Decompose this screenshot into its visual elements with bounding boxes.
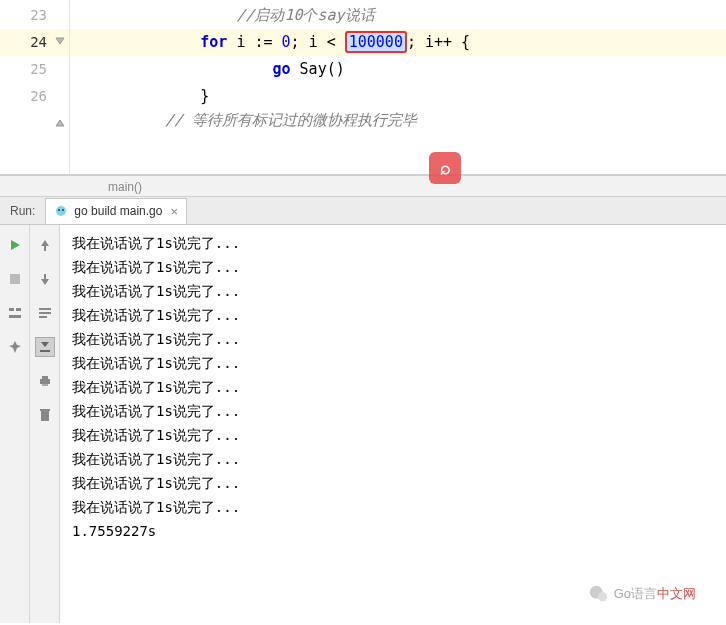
- svg-rect-12: [42, 376, 48, 379]
- console-line: 我在说话说了1s说完了...: [72, 423, 714, 447]
- svg-rect-15: [40, 409, 50, 411]
- close-icon[interactable]: ×: [170, 204, 178, 219]
- layout-button[interactable]: [5, 303, 25, 323]
- svg-rect-8: [39, 312, 51, 314]
- highlighted-value: 100000: [345, 31, 407, 53]
- fold-icon[interactable]: [54, 117, 66, 129]
- go-file-icon: [54, 204, 68, 218]
- svg-rect-3: [10, 274, 20, 284]
- svg-point-0: [56, 206, 66, 216]
- svg-rect-14: [41, 411, 49, 421]
- console-line: 我在说话说了1s说完了...: [72, 471, 714, 495]
- console-line: 我在说话说了1s说完了...: [72, 327, 714, 351]
- up-arrow-button[interactable]: [35, 235, 55, 255]
- run-panel-body: 我在说话说了1s说完了... 我在说话说了1s说完了... 我在说话说了1s说完…: [0, 225, 726, 623]
- svg-rect-4: [9, 308, 14, 311]
- breadcrumb[interactable]: main(): [0, 175, 726, 197]
- line-number[interactable]: 26: [0, 83, 69, 110]
- console-line: 我在说话说了1s说完了...: [72, 495, 714, 519]
- gutter: 23 24 25 26: [0, 0, 70, 174]
- console-line: 我在说话说了1s说完了...: [72, 255, 714, 279]
- console-line: 我在说话说了1s说完了...: [72, 303, 714, 327]
- trash-button[interactable]: [35, 405, 55, 425]
- svg-point-2: [62, 209, 64, 211]
- svg-point-1: [58, 209, 60, 211]
- svg-rect-10: [40, 350, 50, 352]
- scroll-to-end-button[interactable]: [35, 337, 55, 357]
- console-line-timing: 1.7559227s: [72, 519, 714, 543]
- console-line: 我在说话说了1s说完了...: [72, 351, 714, 375]
- magnifier-icon: ⌕: [440, 158, 451, 179]
- console-output[interactable]: 我在说话说了1s说完了... 我在说话说了1s说完了... 我在说话说了1s说完…: [60, 225, 726, 623]
- console-line: 我在说话说了1s说完了...: [72, 231, 714, 255]
- console-line: 我在说话说了1s说完了...: [72, 399, 714, 423]
- wechat-icon: [588, 583, 610, 605]
- run-tab[interactable]: go build main.go ×: [45, 198, 187, 224]
- print-button[interactable]: [35, 371, 55, 391]
- footer-watermark: Go语言中文网: [588, 583, 696, 605]
- svg-rect-5: [16, 308, 21, 311]
- run-toolbar-primary: [0, 225, 30, 623]
- code-editor: 23 24 25 26 //启动10个say说话 for i := 0; i <…: [0, 0, 726, 175]
- svg-point-17: [598, 592, 607, 601]
- line-number[interactable]: 23: [0, 2, 69, 29]
- fold-icon[interactable]: [54, 35, 66, 47]
- code-comment: //启动10个say说话: [128, 6, 375, 24]
- code-line: }: [70, 83, 726, 110]
- stop-button[interactable]: [5, 269, 25, 289]
- code-area[interactable]: //启动10个say说话 for i := 0; i < 100000; i++…: [70, 0, 726, 174]
- console-line: 我在说话说了1s说完了...: [72, 447, 714, 471]
- code-line-cutoff: // 等待所有标记过的微协程执行完毕: [70, 110, 726, 130]
- console-line: 我在说话说了1s说完了...: [72, 279, 714, 303]
- tab-title: go build main.go: [74, 204, 162, 218]
- run-panel-header: Run: go build main.go ×: [0, 197, 726, 225]
- run-label: Run:: [0, 204, 45, 218]
- line-number[interactable]: 25: [0, 56, 69, 83]
- console-line: 我在说话说了1s说完了...: [72, 375, 714, 399]
- run-toolbar-secondary: [30, 225, 60, 623]
- run-button[interactable]: [5, 235, 25, 255]
- svg-rect-6: [9, 315, 21, 318]
- svg-rect-7: [39, 308, 51, 310]
- svg-rect-13: [42, 384, 48, 386]
- down-arrow-button[interactable]: [35, 269, 55, 289]
- wrap-button[interactable]: [35, 303, 55, 323]
- pin-button[interactable]: [5, 337, 25, 357]
- code-line: go Say(): [70, 56, 726, 83]
- code-line-active: for i := 0; i < 100000; i++ {: [70, 29, 726, 56]
- svg-rect-11: [40, 379, 50, 384]
- watermark-logo: ⌕: [429, 152, 461, 184]
- svg-rect-9: [39, 316, 47, 318]
